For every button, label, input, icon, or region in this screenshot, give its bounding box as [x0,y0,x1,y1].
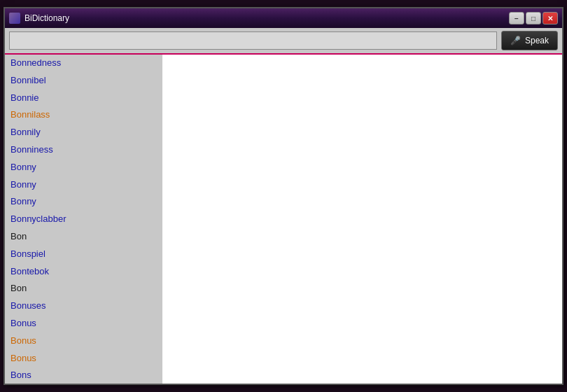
list-item[interactable]: Bonus [5,332,162,350]
toolbar: 🎤 Speak [5,28,562,55]
definition-panel [162,55,562,384]
list-item[interactable]: Bonnily [5,124,162,141]
list-item[interactable]: Bonniness [5,141,162,159]
list-item[interactable]: Bonus [5,350,162,368]
list-item[interactable]: Bons [5,367,162,384]
list-item[interactable]: Bonus [5,315,162,332]
list-item[interactable]: Bonny [5,193,162,211]
close-button[interactable]: ✕ [542,12,558,24]
search-input[interactable] [9,31,497,50]
title-bar-title: BiDictionary [9,13,69,24]
minimize-button[interactable]: − [509,12,524,24]
list-item[interactable]: Bonny [5,159,162,176]
app-icon [9,13,20,24]
list-item[interactable]: Bon [5,228,162,246]
list-item[interactable]: Bonny [5,176,162,194]
window-title: BiDictionary [24,13,69,23]
main-window: BiDictionary − □ ✕ 🎤 Speak BonnednessBon… [4,7,564,385]
maximize-button[interactable]: □ [526,12,541,24]
list-item[interactable]: Bonuses [5,298,162,315]
list-item[interactable]: Bonspiel [5,246,162,263]
word-list-container: BonnednessBonnibelBonnieBonnilassBonnily… [5,55,162,384]
content-area: BonnednessBonnibelBonnieBonnilassBonnily… [5,55,562,384]
mic-icon: 🎤 [510,36,521,46]
list-item[interactable]: Bonnilass [5,106,162,124]
title-buttons: − □ ✕ [509,12,558,24]
title-bar: BiDictionary − □ ✕ [5,8,562,28]
speak-label: Speak [525,36,549,46]
speak-button[interactable]: 🎤 Speak [501,31,558,50]
word-list[interactable]: BonnednessBonnibelBonnieBonnilassBonnily… [5,55,162,384]
list-item[interactable]: Bontebok [5,263,162,281]
list-item[interactable]: Bonnibel [5,72,162,90]
list-item[interactable]: Bon [5,280,162,298]
list-item[interactable]: Bonnedness [5,55,162,72]
list-item[interactable]: Bonnyclabber [5,211,162,228]
list-item[interactable]: Bonnie [5,90,162,107]
